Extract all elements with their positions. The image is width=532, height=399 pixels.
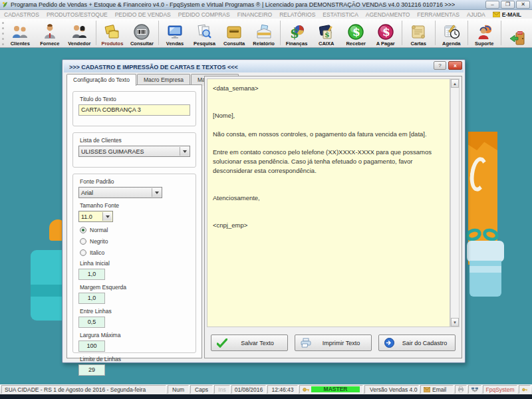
toolbar-vendas-button[interactable]: Vendas	[160, 19, 190, 47]
largura-maxima-label: Largura Máxima	[80, 332, 196, 338]
exit-arrow-icon	[384, 338, 394, 348]
search-docs-icon	[196, 23, 213, 41]
lista-clientes-select[interactable]: ULISSES GUIMARAES	[78, 146, 190, 157]
letters-icon	[410, 23, 427, 41]
menu-ferramentas[interactable]: FERRAMENTAS	[417, 11, 460, 18]
toolbar-separator	[280, 21, 281, 45]
toolbar-cartas-button[interactable]: Cartas	[404, 19, 434, 47]
radio-italico[interactable]: Italico	[80, 249, 196, 256]
toolbar-vendedor-button[interactable]: Vendedor	[65, 19, 94, 47]
toolbar-consulta-button[interactable]: Consulta	[219, 19, 249, 47]
minimize-button[interactable]: –	[485, 1, 499, 9]
taskbar-strip	[0, 394, 532, 399]
menu-bar: CADASTROS PRODUTOS/ESTOQUE PEDIDO DE VEN…	[0, 10, 532, 19]
status-key[interactable]	[519, 385, 531, 394]
toolbar-separator	[158, 21, 159, 45]
menu-ajuda[interactable]: AJUDA	[467, 11, 485, 18]
menu-relatorios[interactable]: RELATÓRIOS	[279, 11, 315, 18]
printer-icon	[458, 386, 464, 392]
seller-icon	[70, 23, 88, 41]
svg-text:$: $	[352, 25, 360, 39]
barcode-icon	[133, 23, 150, 41]
status-network[interactable]	[468, 385, 481, 394]
chevron-down-icon[interactable]	[180, 147, 189, 156]
radio-circle-icon	[80, 238, 86, 245]
sair-cadastro-button[interactable]: Sair do Cadastro	[378, 334, 456, 351]
app-icon	[2, 1, 9, 8]
entre-linhas-label: Entre Linhas	[80, 308, 196, 315]
restore-button[interactable]: ❐	[501, 1, 515, 9]
radio-circle-icon	[80, 249, 86, 256]
toolbar-clientes-button[interactable]: Clientes	[5, 19, 35, 47]
toolbar-financas-button[interactable]: $ Finanças	[282, 19, 312, 47]
chevron-down-icon[interactable]	[102, 212, 112, 221]
salvar-texto-button[interactable]: Salvar Texto	[211, 334, 288, 351]
status-email[interactable]: Email	[420, 385, 454, 394]
svg-text:$: $	[382, 25, 390, 39]
linha-inicial-input[interactable]: 1,0	[78, 269, 105, 280]
dialog-title: >>> CADASTRO E IMPRESSÃO DE CARTAS E TEX…	[69, 64, 238, 70]
limite-linhas-input[interactable]: 29	[78, 364, 105, 376]
entre-linhas-input[interactable]: 0,5	[78, 317, 105, 328]
status-printer[interactable]	[455, 385, 467, 394]
menu-produtos-estoque[interactable]: PRODUTOS/ESTOQUE	[47, 11, 108, 18]
limite-linhas-label: Limite de Linhas	[80, 356, 196, 362]
status-bar: SUA CIDADE - RS 1 de Agosto de 2016 - Se…	[0, 384, 532, 394]
toolbar-suporte-button[interactable]: Suporte	[469, 19, 499, 47]
toolbar-agenda-button[interactable]: Agenda	[437, 19, 467, 47]
status-version: Versão Vendas 4.0	[364, 385, 419, 394]
scroll-up-icon[interactable]: ▲	[451, 79, 459, 88]
svg-text:$: $	[325, 31, 330, 39]
linha-inicial-label: Linha Inicial	[80, 260, 196, 267]
menu-financeiro[interactable]: FINANCEIRO	[237, 11, 272, 18]
menu-estatistica[interactable]: ESTATISTICA	[323, 11, 358, 18]
exit-door-icon: EXIT	[509, 29, 526, 47]
menu-pedido-compras[interactable]: PEDIDO COMPRAS	[178, 11, 230, 18]
toolbar-pesquisa-button[interactable]: Pesquisa	[190, 19, 219, 47]
dialog-titlebar: >>> CADASTRO E IMPRESSÃO DE CARTAS E TEX…	[64, 61, 464, 72]
letter-textarea[interactable]: <data_semana> [Nome], Não consta, em nos…	[207, 78, 450, 327]
window-title: Programa Pedido de Vendas + Estoque & Fi…	[11, 1, 455, 8]
dialog-buttons: Salvar Texto Imprimir Texto	[207, 334, 460, 351]
clients-icon	[11, 23, 29, 41]
toolbar-separator	[435, 21, 436, 45]
titulo-input[interactable]: CARTA COBRANÇA 3	[78, 104, 190, 116]
margem-esquerda-input[interactable]: 1,0	[78, 293, 105, 304]
toolbar-produtos-button[interactable]: Produtos	[98, 19, 128, 47]
gift-lid-illustration	[467, 241, 504, 262]
fonte-select[interactable]: Arial	[78, 187, 162, 198]
tamanho-select[interactable]: 11.0	[78, 211, 113, 222]
tray-icon	[225, 23, 243, 41]
lista-clientes-label: Lista de Clientes	[80, 137, 196, 144]
menu-agendamento[interactable]: AGENDAMENTO	[366, 11, 410, 18]
dialog-close-button[interactable]: x	[448, 61, 462, 70]
menu-pedido-vendas[interactable]: PEDIDO DE VENDAS	[115, 11, 171, 18]
close-button[interactable]: ✕	[516, 1, 530, 9]
largura-maxima-input[interactable]: 100	[78, 340, 105, 352]
toolbar-apagar-button[interactable]: $ A Pagar	[370, 19, 400, 47]
toolbar-caixa-button[interactable]: $ CAIXA	[311, 19, 341, 47]
radio-negrito[interactable]: Negrito	[80, 238, 196, 245]
menu-email[interactable]: E-MAIL	[493, 11, 521, 18]
radio-circle-icon	[80, 227, 86, 233]
toolbar-exit-button[interactable]: EXIT	[503, 19, 532, 47]
tab-configuracao-texto[interactable]: Configuração do Texto	[66, 74, 136, 86]
key-icon	[522, 387, 527, 392]
dialog-help-button[interactable]: ?	[434, 61, 446, 70]
toolbar-fornece-button[interactable]: Fornece	[35, 19, 65, 47]
chevron-down-icon[interactable]	[152, 188, 161, 197]
toolbar-relatorio-button[interactable]: Relatório	[249, 19, 279, 47]
toolbar-receber-button[interactable]: $ Receber	[341, 19, 371, 47]
fonte-label: Fonte Padrão	[80, 178, 196, 185]
monitor-icon	[166, 23, 184, 41]
toolbar-separator	[501, 21, 501, 45]
lista-clientes-group: Lista de Clientes ULISSES GUIMARAES	[72, 132, 196, 168]
menu-cadastros[interactable]: CADASTROS	[4, 11, 39, 18]
textarea-scrollbar[interactable]: ▲ ▼	[450, 78, 460, 327]
radio-normal[interactable]: Normal	[80, 227, 196, 233]
cartas-dialog: >>> CADASTRO E IMPRESSÃO DE CARTAS E TEX…	[62, 59, 466, 363]
support-icon	[475, 23, 493, 41]
scroll-down-icon[interactable]: ▼	[451, 318, 459, 327]
imprimir-texto-button[interactable]: Imprimir Texto	[295, 334, 372, 351]
toolbar-consultar-button[interactable]: Consultar	[127, 19, 157, 47]
